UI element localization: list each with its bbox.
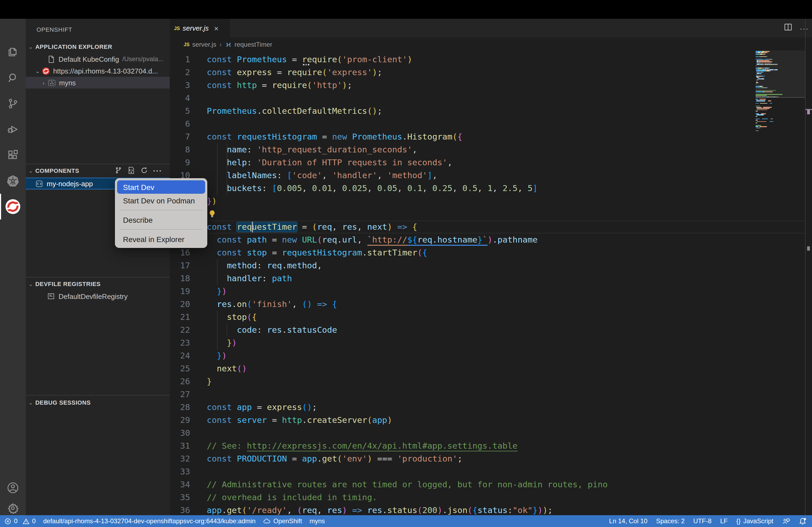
tree-item-devfile-registry[interactable]: DefaultDevfileRegistry <box>26 290 170 302</box>
code-line[interactable]: 2const express = require('express'); <box>170 66 812 79</box>
menu-item-start-dev[interactable]: Start Dev <box>117 180 205 194</box>
line-number[interactable]: 30 <box>170 427 190 439</box>
line-number[interactable]: 1 <box>170 53 190 66</box>
section-debug-sessions[interactable]: ⌄ DEBUG SESSIONS <box>26 396 170 409</box>
code-line[interactable]: 16 const stop = requestHistogram.startTi… <box>170 246 812 259</box>
line-number[interactable]: 3 <box>170 79 190 92</box>
menu-item-describe[interactable]: Describe <box>117 213 205 226</box>
lightbulb-icon[interactable] <box>208 209 216 221</box>
line-number[interactable]: 8 <box>170 143 190 156</box>
line-number[interactable]: 7 <box>170 131 190 143</box>
problems-indicator[interactable]: 0 0 <box>4 517 36 525</box>
code-line[interactable]: 17 method: req.method, <box>170 259 812 272</box>
line-number[interactable]: 32 <box>170 452 190 465</box>
code-line[interactable]: 7const requestHistogram = new Prometheus… <box>170 131 812 143</box>
refresh-icon[interactable] <box>140 166 148 175</box>
line-number[interactable]: 21 <box>170 311 190 323</box>
line-number[interactable]: 16 <box>170 246 190 259</box>
code-line[interactable]: 14const requestTimer = (req, res, next) … <box>170 221 812 234</box>
line-number[interactable]: 22 <box>170 323 190 336</box>
code-line[interactable]: 21 stop({ <box>170 311 812 323</box>
code-line[interactable]: 30 <box>170 427 812 439</box>
code-line[interactable]: 10 labelNames: ['code', 'handler', 'meth… <box>170 169 812 182</box>
extensions-icon[interactable] <box>0 142 26 168</box>
more-actions-icon[interactable]: ··· <box>153 166 162 175</box>
section-components[interactable]: ⌄ COMPONENTS <box>26 164 170 177</box>
source-control-icon[interactable] <box>0 91 26 117</box>
feedback-icon[interactable] <box>782 517 790 525</box>
code-line[interactable]: 3const http = require('http'); <box>170 79 812 92</box>
split-editor-icon[interactable] <box>784 23 792 33</box>
line-number[interactable]: 29 <box>170 414 190 427</box>
encoding-item[interactable]: UTF-8 <box>693 517 712 525</box>
line-number[interactable]: 26 <box>170 375 190 388</box>
code-line[interactable]: 33 <box>170 465 812 478</box>
code-line[interactable]: 15 const path = new URL(req.url, `http:/… <box>170 234 812 246</box>
line-number[interactable]: 24 <box>170 349 190 362</box>
start-dev-icon[interactable] <box>114 166 122 175</box>
overview-ruler[interactable] <box>805 19 812 515</box>
code-area[interactable]: 1const Prometheus = require('prom-client… <box>170 51 812 515</box>
search-icon[interactable] <box>0 65 26 91</box>
new-component-icon[interactable] <box>127 166 135 175</box>
line-number[interactable]: 4 <box>170 92 190 105</box>
code-line[interactable]: 18 handler: path <box>170 272 812 285</box>
openshift-status-item[interactable]: OpenShift <box>263 517 302 525</box>
section-divider[interactable] <box>26 395 170 395</box>
openshift-icon[interactable] <box>0 194 26 220</box>
kubernetes-icon[interactable] <box>0 168 26 194</box>
code-line[interactable]: 26} <box>170 375 812 388</box>
line-number[interactable]: 5 <box>170 105 190 118</box>
code-line[interactable]: 4 <box>170 92 812 105</box>
line-number[interactable]: 19 <box>170 285 190 298</box>
code-line[interactable]: 12}) <box>170 195 812 208</box>
line-number[interactable]: 2 <box>170 66 190 79</box>
code-line[interactable]: 36app.get('/ready', (req, res) => res.st… <box>170 504 812 517</box>
code-line[interactable]: 6 <box>170 118 812 131</box>
line-number[interactable]: 33 <box>170 465 190 478</box>
menu-item-reveal-in-explorer[interactable]: Reveal in Explorer <box>117 232 205 246</box>
code-line[interactable]: 28const app = express(); <box>170 401 812 414</box>
code-line[interactable]: 13 <box>170 208 812 221</box>
namespace-status-item[interactable]: myns <box>309 517 325 525</box>
code-line[interactable]: 31// See: http://expressjs.com/en/4x/api… <box>170 439 812 452</box>
code-line[interactable]: 8 name: 'http_request_duration_seconds', <box>170 143 812 156</box>
line-number[interactable]: 23 <box>170 336 190 349</box>
line-number[interactable]: 9 <box>170 156 190 169</box>
line-number[interactable]: 6 <box>170 118 190 131</box>
notifications-bell-icon[interactable] <box>799 517 807 525</box>
line-number[interactable]: 27 <box>170 388 190 401</box>
eol-item[interactable]: LF <box>720 517 728 525</box>
code-line[interactable]: 19 }) <box>170 285 812 298</box>
cursor-position-item[interactable]: Ln 14, Col 10 <box>609 517 648 525</box>
chevron-right-icon[interactable]: › <box>40 80 47 86</box>
line-number[interactable]: 20 <box>170 298 190 311</box>
line-number[interactable]: 35 <box>170 491 190 504</box>
line-number[interactable]: 34 <box>170 478 190 491</box>
breadcrumb-file[interactable]: server.js <box>192 41 216 48</box>
section-devfile-registries[interactable]: ⌄ DEVFILE REGISTRIES <box>26 277 170 290</box>
line-number[interactable]: 36 <box>170 504 190 517</box>
tab-server-js[interactable]: JS server.js × <box>170 19 230 37</box>
code-line[interactable]: 9 help: 'Duration of HTTP requests in se… <box>170 156 812 169</box>
indentation-item[interactable]: Spaces: 2 <box>656 517 685 525</box>
line-number[interactable]: 25 <box>170 362 190 375</box>
tree-item-kubeconfig[interactable]: Default KubeConfig /Users/pvala... <box>26 53 170 65</box>
chevron-down-icon[interactable]: ⌄ <box>34 68 41 74</box>
explorer-icon[interactable] <box>0 39 26 65</box>
code-line[interactable]: 22 code: res.statusCode <box>170 323 812 336</box>
line-number[interactable]: 31 <box>170 439 190 452</box>
code-line[interactable]: 20 res.on('finish', () => { <box>170 298 812 311</box>
run-debug-icon[interactable] <box>0 117 26 142</box>
breadcrumb[interactable]: JS server.js › requestTimer <box>170 37 812 51</box>
code-line[interactable]: 27 <box>170 388 812 401</box>
minimap[interactable] <box>756 50 805 514</box>
code-line[interactable]: 11 buckets: [0.005, 0.01, 0.025, 0.05, 0… <box>170 182 812 195</box>
tree-item-namespace-myns[interactable]: › myns ⇄ <box>26 77 170 89</box>
breadcrumb-symbol[interactable]: requestTimer <box>234 41 272 48</box>
code-line[interactable]: 24 }) <box>170 349 812 362</box>
menu-item-start-dev-on-podman[interactable]: Start Dev on Podman <box>117 194 205 207</box>
code-line[interactable]: 32const PRODUCTION = app.get('env') === … <box>170 452 812 465</box>
code-line[interactable]: 5Prometheus.collectDefaultMetrics(); <box>170 105 812 118</box>
close-tab-icon[interactable]: × <box>214 24 218 32</box>
